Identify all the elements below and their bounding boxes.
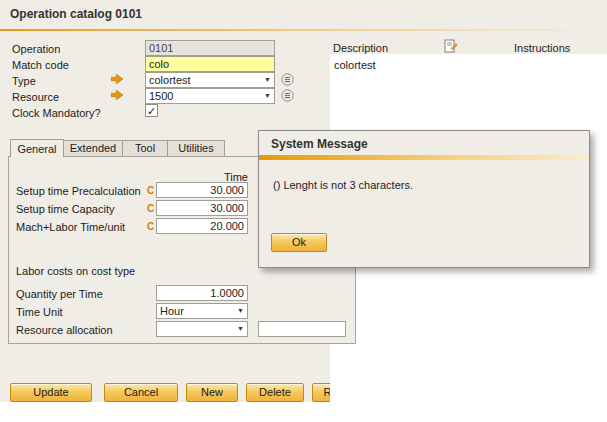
cancel-button[interactable]: Cancel — [104, 383, 178, 402]
description-text[interactable]: colortest — [334, 58, 376, 72]
new-button[interactable]: New — [186, 383, 238, 402]
title-separator — [0, 29, 607, 31]
operation-field: 0101 — [145, 40, 275, 56]
operation-label: Operation — [12, 42, 60, 56]
setup-precalc-label: Setup time Precalculation — [16, 184, 141, 198]
calc-flag[interactable]: C — [147, 221, 154, 232]
resource-combo[interactable]: 1500 ▼ — [145, 88, 275, 104]
type-combo-value: colortest — [149, 73, 191, 87]
chevron-down-icon[interactable]: ▼ — [235, 322, 244, 336]
resource-allocation-extra-field[interactable] — [258, 321, 346, 337]
chevron-down-icon[interactable]: ▼ — [262, 73, 271, 87]
quantity-per-time-field[interactable]: 1.0000 — [156, 285, 248, 301]
tab-general[interactable]: General — [10, 139, 64, 157]
resource-label: Resource — [12, 90, 59, 104]
chevron-down-icon[interactable]: ▼ — [262, 89, 271, 103]
resource-allocation-combo[interactable]: ▼ — [156, 321, 248, 337]
mach-labor-label: Mach+Labor Time/unit — [16, 220, 125, 234]
setup-capacity-label: Setup time Capacity — [16, 202, 114, 216]
tab-tool[interactable]: Tool — [122, 140, 168, 156]
time-unit-label: Time Unit — [16, 305, 63, 319]
instructions-header: Instructions — [514, 41, 570, 55]
resource-combo-value: 1500 — [149, 89, 173, 103]
setup-capacity-field[interactable]: 30.000 — [156, 200, 248, 216]
match-code-field[interactable]: colo — [145, 56, 275, 72]
screen: Operation catalog 0101 Description Instr… — [0, 0, 607, 422]
quantity-per-time-label: Quantity per Time — [16, 287, 103, 301]
match-code-label: Match code — [12, 58, 69, 72]
system-message-dialog: System Message () Lenght is not 3 charac… — [258, 130, 590, 268]
chevron-down-icon[interactable]: ▼ — [235, 304, 244, 318]
dialog-title: System Message — [271, 137, 368, 151]
tab-utilities[interactable]: Utilities — [167, 140, 225, 156]
tab-extended[interactable]: Extended — [63, 140, 123, 156]
description-header: Description — [333, 41, 388, 55]
mach-labor-field[interactable]: 20.000 — [156, 218, 248, 234]
time-unit-combo[interactable]: Hour ▼ — [156, 303, 248, 319]
setup-precalc-field[interactable]: 30.000 — [156, 182, 248, 198]
link-arrow-icon[interactable] — [111, 74, 123, 84]
check-icon: ✓ — [146, 105, 157, 117]
calc-flag[interactable]: C — [147, 203, 154, 214]
update-button[interactable]: Update — [10, 383, 92, 402]
resource-allocation-label: Resource allocation — [16, 323, 113, 337]
ok-button[interactable]: Ok — [271, 233, 327, 252]
dialog-title-separator — [259, 155, 589, 160]
type-label: Type — [12, 74, 36, 88]
link-arrow-icon[interactable] — [111, 90, 123, 100]
clock-mandatory-label: Clock Mandatory? — [12, 106, 101, 120]
calc-flag[interactable]: C — [147, 185, 154, 196]
window-title: Operation catalog 0101 — [10, 7, 142, 21]
delete-button[interactable]: Delete — [246, 383, 304, 402]
type-combo[interactable]: colortest ▼ — [145, 72, 275, 88]
formatted-search-icon[interactable] — [281, 89, 294, 102]
formatted-search-icon[interactable] — [281, 73, 294, 86]
time-unit-value: Hour — [160, 304, 184, 318]
dialog-message: () Lenght is not 3 characters. — [273, 179, 413, 191]
clock-mandatory-checkbox[interactable]: ✓ — [145, 104, 158, 117]
text-editor-icon[interactable] — [444, 39, 458, 53]
labor-costs-label: Labor costs on cost type — [16, 264, 135, 278]
